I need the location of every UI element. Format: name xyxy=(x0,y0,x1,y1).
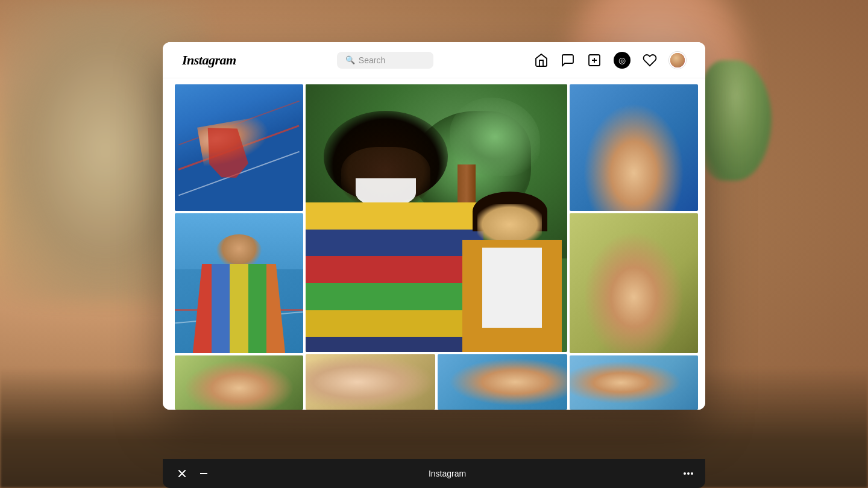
content-area xyxy=(163,78,705,410)
photo-right-bottom[interactable] xyxy=(570,213,698,353)
more-options-button[interactable] xyxy=(684,472,693,475)
center-column xyxy=(306,84,567,410)
avatar-image xyxy=(670,53,685,67)
photo-large-selfie[interactable] xyxy=(306,84,567,352)
left-column xyxy=(175,84,303,410)
dot3 xyxy=(691,472,693,475)
instagram-logo: Instagram xyxy=(182,52,236,68)
bg-plant xyxy=(699,60,772,181)
taskbar-title: Instagram xyxy=(211,469,684,478)
nav-bar: Instagram 🔍 Search xyxy=(163,42,705,78)
photo-right-top[interactable] xyxy=(570,84,698,211)
photo-bottom-center2[interactable] xyxy=(438,354,567,410)
search-placeholder: Search xyxy=(359,55,385,65)
explore-icon[interactable]: ◎ xyxy=(614,52,631,69)
right-column xyxy=(570,84,698,410)
photo-bottom-center1[interactable] xyxy=(306,354,435,410)
new-post-icon[interactable] xyxy=(587,53,602,67)
taskbar: Instagram xyxy=(163,459,705,488)
nav-icons: ◎ xyxy=(534,52,686,69)
messenger-icon[interactable] xyxy=(561,53,575,67)
notifications-icon[interactable] xyxy=(643,53,657,67)
compass-symbol: ◎ xyxy=(618,55,626,65)
search-bar[interactable]: 🔍 Search xyxy=(337,52,433,69)
dot2 xyxy=(687,472,690,475)
photo-right-bottom2[interactable] xyxy=(570,355,698,410)
photo-bottom-left[interactable] xyxy=(175,355,303,410)
explore-grid xyxy=(175,84,693,410)
search-icon: 🔍 xyxy=(345,55,355,64)
minimize-button[interactable] xyxy=(197,466,211,481)
app-window: Instagram 🔍 Search xyxy=(163,42,705,410)
close-button[interactable] xyxy=(175,466,189,481)
photo-sport-court[interactable] xyxy=(175,84,303,211)
home-icon[interactable] xyxy=(534,53,549,67)
photo-striped-person[interactable] xyxy=(175,213,303,353)
taskbar-controls xyxy=(175,466,211,481)
profile-avatar[interactable] xyxy=(669,52,686,69)
bottom-center-photos xyxy=(306,354,567,410)
dot1 xyxy=(684,472,686,475)
